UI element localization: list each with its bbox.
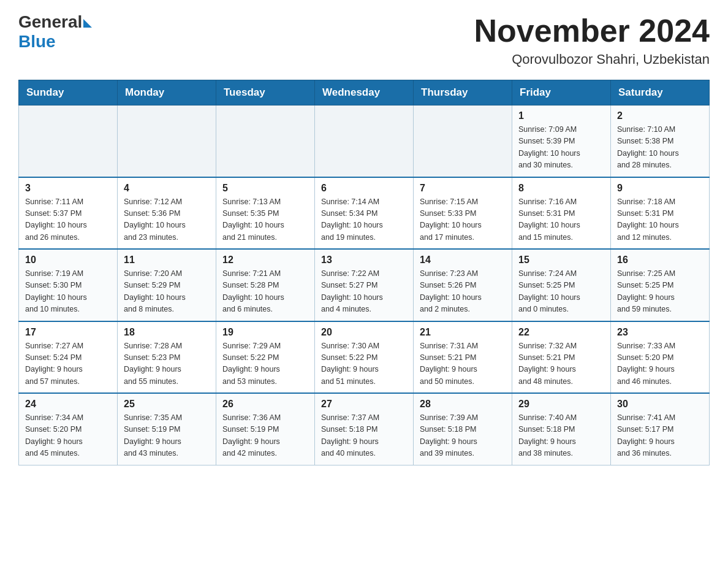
day-number: 10: [25, 255, 111, 266]
calendar-title: November 2024: [474, 12, 710, 49]
day-info: Sunrise: 7:33 AM Sunset: 5:20 PM Dayligh…: [617, 340, 703, 388]
calendar-week-row: 1Sunrise: 7:09 AM Sunset: 5:39 PM Daylig…: [19, 105, 710, 177]
calendar-cell: 2Sunrise: 7:10 AM Sunset: 5:38 PM Daylig…: [611, 105, 710, 177]
day-number: 18: [124, 327, 210, 338]
day-of-week-header: Friday: [512, 80, 611, 105]
page-header: General Blue November 2024 Qorovulbozor …: [18, 12, 710, 67]
calendar-cell: 4Sunrise: 7:12 AM Sunset: 5:36 PM Daylig…: [118, 177, 216, 250]
day-number: 14: [420, 255, 506, 266]
day-info: Sunrise: 7:12 AM Sunset: 5:36 PM Dayligh…: [124, 196, 210, 244]
calendar-cell: 13Sunrise: 7:22 AM Sunset: 5:27 PM Dayli…: [315, 249, 414, 321]
day-number: 12: [222, 255, 308, 266]
calendar-cell: 14Sunrise: 7:23 AM Sunset: 5:26 PM Dayli…: [414, 249, 512, 321]
day-number: 5: [222, 183, 308, 194]
day-info: Sunrise: 7:28 AM Sunset: 5:23 PM Dayligh…: [124, 340, 210, 388]
logo-general-text: General: [18, 12, 82, 32]
day-number: 30: [617, 399, 703, 410]
day-number: 27: [321, 399, 407, 410]
day-number: 29: [518, 399, 604, 410]
day-number: 16: [617, 255, 703, 266]
calendar-cell: 5Sunrise: 7:13 AM Sunset: 5:35 PM Daylig…: [216, 177, 315, 250]
calendar-cell: 19Sunrise: 7:29 AM Sunset: 5:22 PM Dayli…: [216, 321, 315, 394]
calendar-cell: 1Sunrise: 7:09 AM Sunset: 5:39 PM Daylig…: [512, 105, 611, 177]
day-number: 6: [321, 183, 407, 194]
day-info: Sunrise: 7:09 AM Sunset: 5:39 PM Dayligh…: [518, 124, 604, 172]
calendar-cell: 10Sunrise: 7:19 AM Sunset: 5:30 PM Dayli…: [19, 249, 118, 321]
calendar-cell: 26Sunrise: 7:36 AM Sunset: 5:19 PM Dayli…: [216, 393, 315, 465]
day-number: 9: [617, 183, 703, 194]
day-info: Sunrise: 7:20 AM Sunset: 5:29 PM Dayligh…: [124, 268, 210, 316]
day-info: Sunrise: 7:40 AM Sunset: 5:18 PM Dayligh…: [518, 412, 604, 460]
day-of-week-header: Wednesday: [315, 80, 414, 105]
calendar-week-row: 17Sunrise: 7:27 AM Sunset: 5:24 PM Dayli…: [19, 321, 710, 394]
calendar-cell: 9Sunrise: 7:18 AM Sunset: 5:31 PM Daylig…: [611, 177, 710, 250]
day-of-week-header: Thursday: [414, 80, 512, 105]
calendar-cell: 24Sunrise: 7:34 AM Sunset: 5:20 PM Dayli…: [19, 393, 118, 465]
day-number: 19: [222, 327, 308, 338]
day-number: 17: [25, 327, 111, 338]
calendar-cell: 8Sunrise: 7:16 AM Sunset: 5:31 PM Daylig…: [512, 177, 611, 250]
calendar-cell: [118, 105, 216, 177]
calendar-cell: 3Sunrise: 7:11 AM Sunset: 5:37 PM Daylig…: [19, 177, 118, 250]
day-of-week-header: Tuesday: [216, 80, 315, 105]
calendar-cell: 16Sunrise: 7:25 AM Sunset: 5:25 PM Dayli…: [611, 249, 710, 321]
day-info: Sunrise: 7:27 AM Sunset: 5:24 PM Dayligh…: [25, 340, 111, 388]
day-number: 26: [222, 399, 308, 410]
day-info: Sunrise: 7:23 AM Sunset: 5:26 PM Dayligh…: [420, 268, 506, 316]
day-number: 1: [518, 110, 604, 121]
day-of-week-header: Monday: [118, 80, 216, 105]
calendar-cell: 20Sunrise: 7:30 AM Sunset: 5:22 PM Dayli…: [315, 321, 414, 394]
day-info: Sunrise: 7:11 AM Sunset: 5:37 PM Dayligh…: [25, 196, 111, 244]
day-info: Sunrise: 7:25 AM Sunset: 5:25 PM Dayligh…: [617, 268, 703, 316]
calendar-cell: 15Sunrise: 7:24 AM Sunset: 5:25 PM Dayli…: [512, 249, 611, 321]
day-info: Sunrise: 7:22 AM Sunset: 5:27 PM Dayligh…: [321, 268, 407, 316]
calendar-cell: 27Sunrise: 7:37 AM Sunset: 5:18 PM Dayli…: [315, 393, 414, 465]
calendar-week-row: 24Sunrise: 7:34 AM Sunset: 5:20 PM Dayli…: [19, 393, 710, 465]
day-number: 2: [617, 110, 703, 121]
logo-arrow-icon: [83, 19, 92, 28]
day-of-week-header: Saturday: [611, 80, 710, 105]
day-info: Sunrise: 7:41 AM Sunset: 5:17 PM Dayligh…: [617, 412, 703, 460]
logo: General Blue: [18, 12, 92, 52]
calendar-cell: 7Sunrise: 7:15 AM Sunset: 5:33 PM Daylig…: [414, 177, 512, 250]
day-number: 7: [420, 183, 506, 194]
day-number: 24: [25, 399, 111, 410]
day-number: 15: [518, 255, 604, 266]
day-number: 20: [321, 327, 407, 338]
calendar-cell: 28Sunrise: 7:39 AM Sunset: 5:18 PM Dayli…: [414, 393, 512, 465]
day-info: Sunrise: 7:16 AM Sunset: 5:31 PM Dayligh…: [518, 196, 604, 244]
day-info: Sunrise: 7:35 AM Sunset: 5:19 PM Dayligh…: [124, 412, 210, 460]
day-number: 3: [25, 183, 111, 194]
calendar-cell: 25Sunrise: 7:35 AM Sunset: 5:19 PM Dayli…: [118, 393, 216, 465]
calendar-cell: [19, 105, 118, 177]
day-info: Sunrise: 7:21 AM Sunset: 5:28 PM Dayligh…: [222, 268, 308, 316]
day-info: Sunrise: 7:14 AM Sunset: 5:34 PM Dayligh…: [321, 196, 407, 244]
day-number: 11: [124, 255, 210, 266]
day-info: Sunrise: 7:30 AM Sunset: 5:22 PM Dayligh…: [321, 340, 407, 388]
calendar-cell: 30Sunrise: 7:41 AM Sunset: 5:17 PM Dayli…: [611, 393, 710, 465]
calendar-cell: 11Sunrise: 7:20 AM Sunset: 5:29 PM Dayli…: [118, 249, 216, 321]
day-number: 8: [518, 183, 604, 194]
day-of-week-header: Sunday: [19, 80, 118, 105]
calendar-cell: [315, 105, 414, 177]
calendar-week-row: 10Sunrise: 7:19 AM Sunset: 5:30 PM Dayli…: [19, 249, 710, 321]
title-block: November 2024 Qorovulbozor Shahri, Uzbek…: [474, 12, 710, 67]
day-info: Sunrise: 7:39 AM Sunset: 5:18 PM Dayligh…: [420, 412, 506, 460]
calendar-table: SundayMondayTuesdayWednesdayThursdayFrid…: [18, 80, 710, 465]
logo-blue-text: Blue: [18, 32, 56, 52]
day-info: Sunrise: 7:31 AM Sunset: 5:21 PM Dayligh…: [420, 340, 506, 388]
day-info: Sunrise: 7:32 AM Sunset: 5:21 PM Dayligh…: [518, 340, 604, 388]
calendar-cell: 18Sunrise: 7:28 AM Sunset: 5:23 PM Dayli…: [118, 321, 216, 394]
day-info: Sunrise: 7:37 AM Sunset: 5:18 PM Dayligh…: [321, 412, 407, 460]
day-number: 4: [124, 183, 210, 194]
calendar-cell: 17Sunrise: 7:27 AM Sunset: 5:24 PM Dayli…: [19, 321, 118, 394]
day-info: Sunrise: 7:10 AM Sunset: 5:38 PM Dayligh…: [617, 124, 703, 172]
calendar-cell: 23Sunrise: 7:33 AM Sunset: 5:20 PM Dayli…: [611, 321, 710, 394]
calendar-cell: 21Sunrise: 7:31 AM Sunset: 5:21 PM Dayli…: [414, 321, 512, 394]
day-info: Sunrise: 7:19 AM Sunset: 5:30 PM Dayligh…: [25, 268, 111, 316]
calendar-cell: 29Sunrise: 7:40 AM Sunset: 5:18 PM Dayli…: [512, 393, 611, 465]
day-number: 13: [321, 255, 407, 266]
day-number: 22: [518, 327, 604, 338]
day-info: Sunrise: 7:18 AM Sunset: 5:31 PM Dayligh…: [617, 196, 703, 244]
day-info: Sunrise: 7:15 AM Sunset: 5:33 PM Dayligh…: [420, 196, 506, 244]
